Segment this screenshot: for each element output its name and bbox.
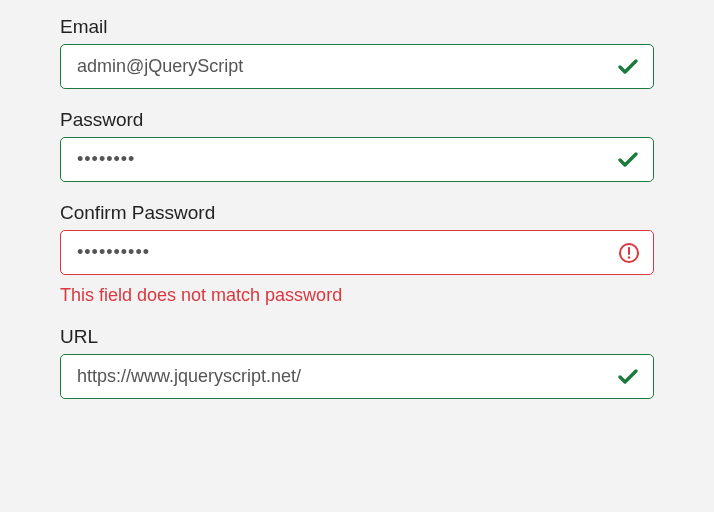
password-field-group: Password (60, 109, 654, 182)
confirm-password-error-message: This field does not match password (60, 285, 654, 306)
email-field-group: Email (60, 16, 654, 89)
check-icon (616, 365, 640, 389)
url-label: URL (60, 326, 654, 348)
confirm-password-label: Confirm Password (60, 202, 654, 224)
url-field-group: URL (60, 326, 654, 399)
email-input-wrapper (60, 44, 654, 89)
error-icon (618, 242, 640, 264)
confirm-password-input[interactable] (60, 230, 654, 275)
url-input[interactable] (60, 354, 654, 399)
confirm-password-field-group: Confirm Password This field does not mat… (60, 202, 654, 306)
check-icon (616, 148, 640, 172)
check-icon (616, 55, 640, 79)
svg-point-2 (628, 256, 630, 258)
password-input[interactable] (60, 137, 654, 182)
password-label: Password (60, 109, 654, 131)
email-label: Email (60, 16, 654, 38)
password-input-wrapper (60, 137, 654, 182)
confirm-password-input-wrapper (60, 230, 654, 275)
url-input-wrapper (60, 354, 654, 399)
email-input[interactable] (60, 44, 654, 89)
